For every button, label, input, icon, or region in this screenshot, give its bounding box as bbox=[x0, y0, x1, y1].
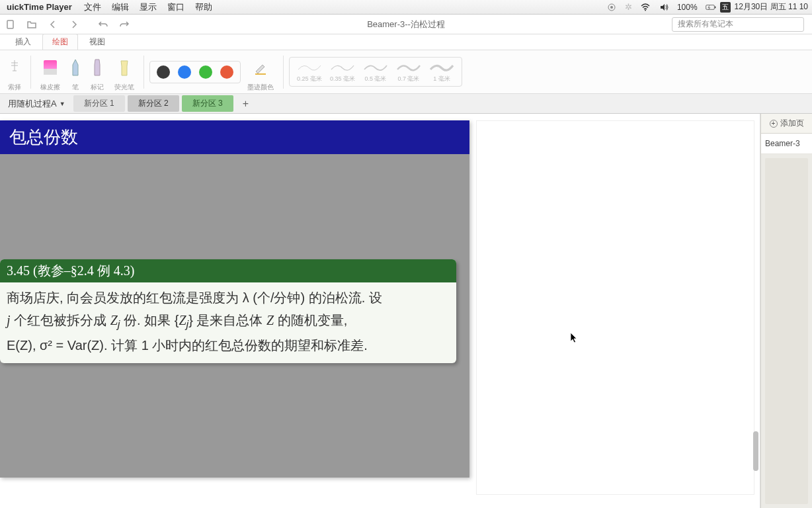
section-tab-2[interactable]: 新分区 2 bbox=[128, 95, 179, 112]
slide: 包总份数 3.45 (教参–§2.4 例 4.3) 商场店庆, 向会员发放的红包… bbox=[0, 120, 469, 478]
add-page-button[interactable]: +添加页 bbox=[761, 114, 812, 134]
scrollbar-thumb[interactable] bbox=[753, 431, 758, 471]
add-section-button[interactable]: + bbox=[236, 97, 255, 111]
new-icon[interactable] bbox=[3, 17, 19, 32]
page-entry-1[interactable]: Beamer-3 bbox=[761, 134, 812, 154]
open-icon[interactable] bbox=[24, 17, 40, 32]
stroke-widths: 0.25 毫米 0.35 毫米 0.5 毫米 0.7 毫米 1 毫米 bbox=[289, 57, 462, 87]
menu-edit[interactable]: 编辑 bbox=[106, 1, 134, 13]
color-blue[interactable] bbox=[178, 65, 191, 79]
blank-page[interactable] bbox=[476, 120, 754, 495]
svg-rect-3 bbox=[706, 5, 714, 9]
stroke-05[interactable]: 0.5 毫米 bbox=[362, 60, 389, 83]
color-black[interactable] bbox=[157, 65, 170, 79]
tab-insert[interactable]: 插入 bbox=[5, 34, 41, 50]
menu-window[interactable]: 窗口 bbox=[162, 1, 190, 13]
document-title: Beamer-3--泊松过程 bbox=[367, 19, 445, 30]
stroke-07[interactable]: 0.7 毫米 bbox=[395, 60, 422, 83]
input-method-icon[interactable]: 五 bbox=[720, 2, 731, 13]
ribbon-tabs: 插入 绘图 视图 bbox=[0, 34, 812, 50]
ribbon: 索择 橡皮擦 笔 标记 荧光笔 墨迹颜色 0.25 毫米 0.35 毫米 0.5… bbox=[0, 50, 812, 94]
menu-file[interactable]: 文件 bbox=[79, 1, 106, 13]
battery-percent: 100% bbox=[673, 3, 702, 12]
color-red[interactable] bbox=[220, 65, 233, 79]
stroke-035[interactable]: 0.35 毫米 bbox=[329, 60, 356, 83]
back-icon[interactable] bbox=[45, 17, 61, 32]
marker-tool[interactable]: 标记 bbox=[87, 50, 108, 93]
ink-color-tool[interactable]: 墨迹颜色 bbox=[243, 50, 278, 93]
example-heading: 3.45 (教参–§2.4 例 4.3) bbox=[0, 259, 456, 282]
mac-menubar: uickTime Player 文件 编辑 显示 窗口 帮助 ✲ 100% 五 … bbox=[0, 0, 812, 15]
menu-help[interactable]: 帮助 bbox=[190, 1, 218, 13]
notebook-selector[interactable]: 用随机过程A▼ bbox=[3, 98, 71, 110]
color-green[interactable] bbox=[199, 65, 212, 79]
slide-title: 包总份数 bbox=[0, 120, 469, 154]
forward-icon[interactable] bbox=[66, 17, 82, 32]
record-icon[interactable] bbox=[602, 2, 621, 13]
svg-point-1 bbox=[610, 6, 613, 9]
search-input[interactable]: 搜索所有笔记本 bbox=[672, 17, 804, 32]
highlighter-tool[interactable]: 荧光笔 bbox=[110, 50, 138, 93]
svg-rect-6 bbox=[255, 73, 266, 75]
page-sidebar: +添加页 Beamer-3 bbox=[760, 114, 812, 508]
example-body: 商场店庆, 向会员发放的红包流是强度为 λ (个/分钟) 的泊松流. 设 j 个… bbox=[0, 282, 456, 363]
stroke-1[interactable]: 1 毫米 bbox=[428, 60, 455, 83]
section-tab-1[interactable]: 新分区 1 bbox=[73, 95, 125, 112]
page-thumbnail[interactable] bbox=[765, 158, 808, 504]
redo-icon[interactable] bbox=[116, 17, 132, 32]
section-tab-3[interactable]: 新分区 3 bbox=[182, 95, 233, 112]
lasso-tool[interactable]: 索择 bbox=[4, 50, 25, 93]
canvas[interactable]: 包总份数 3.45 (教参–§2.4 例 4.3) 商场店庆, 向会员发放的红包… bbox=[0, 114, 760, 508]
tab-draw[interactable]: 绘图 bbox=[42, 34, 78, 50]
undo-icon[interactable] bbox=[95, 17, 111, 32]
svg-point-2 bbox=[645, 9, 646, 11]
color-swatches bbox=[149, 61, 241, 83]
stroke-025[interactable]: 0.25 毫米 bbox=[296, 60, 323, 83]
app-name: uickTime Player bbox=[0, 2, 79, 12]
tab-view[interactable]: 视图 bbox=[79, 34, 115, 50]
menu-view[interactable]: 显示 bbox=[134, 1, 162, 13]
datetime[interactable]: 12月30日 周五 11 10 bbox=[731, 1, 812, 13]
volume-icon[interactable] bbox=[655, 2, 673, 13]
svg-rect-5 bbox=[7, 21, 13, 28]
svg-rect-4 bbox=[715, 6, 715, 8]
pen-tool[interactable]: 笔 bbox=[67, 50, 84, 93]
battery-icon[interactable] bbox=[702, 2, 720, 13]
main-area: 包总份数 3.45 (教参–§2.4 例 4.3) 商场店庆, 向会员发放的红包… bbox=[0, 114, 812, 508]
app-toolbar: Beamer-3--泊松过程 搜索所有笔记本 bbox=[0, 15, 812, 34]
notebook-tabs: 用随机过程A▼ 新分区 1 新分区 2 新分区 3 + bbox=[0, 94, 812, 114]
wifi-icon[interactable] bbox=[636, 2, 655, 13]
example-box: 3.45 (教参–§2.4 例 4.3) 商场店庆, 向会员发放的红包流是强度为… bbox=[0, 259, 456, 363]
bluetooth-icon[interactable]: ✲ bbox=[621, 2, 636, 12]
eraser-tool[interactable]: 橡皮擦 bbox=[36, 50, 64, 93]
